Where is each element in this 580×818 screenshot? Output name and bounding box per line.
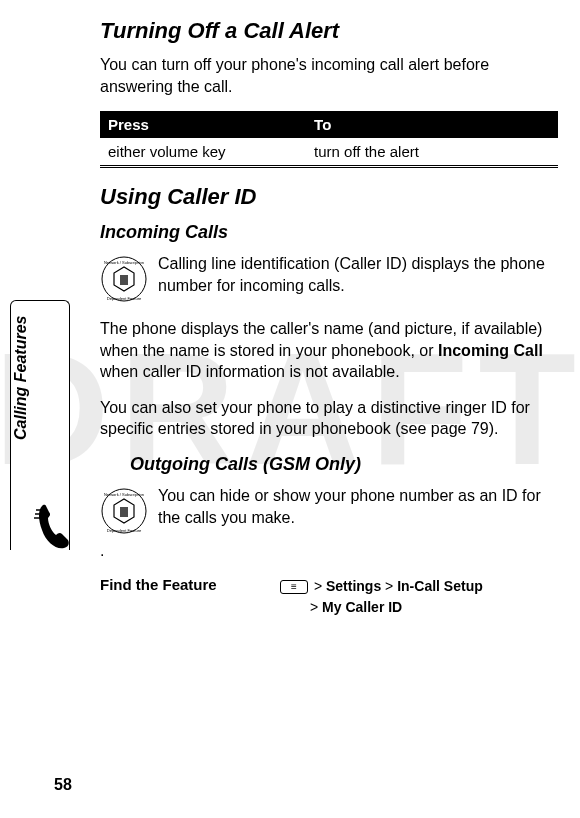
network-subscription-badge-icon: Network / Subscription Dependent Feature xyxy=(100,487,148,535)
gt3: > xyxy=(310,599,322,615)
heading-incoming-calls: Incoming Calls xyxy=(100,222,558,243)
td-to: turn off the alert xyxy=(306,138,558,167)
outgoing-calls-block: Network / Subscription Dependent Feature… xyxy=(100,485,558,562)
network-subscription-badge-icon: Network / Subscription Dependent Feature xyxy=(100,255,148,303)
th-to: To xyxy=(306,111,558,138)
svg-text:Dependent Feature: Dependent Feature xyxy=(107,528,142,533)
outgoing-p1: You can hide or show your phone number a… xyxy=(158,487,541,526)
path-callerid: My Caller ID xyxy=(322,599,402,615)
path-settings: Settings xyxy=(326,578,381,594)
heading-outgoing-calls: Outgoing Calls (GSM Only) xyxy=(130,454,558,475)
incoming-p1: Calling line identification (Caller ID) … xyxy=(158,255,545,294)
td-press: either volume key xyxy=(100,138,306,167)
gt1: > xyxy=(310,578,326,594)
heading-caller-id: Using Caller ID xyxy=(100,184,558,210)
dot: . xyxy=(100,542,104,559)
menu-key-icon xyxy=(280,580,308,594)
svg-text:Dependent Feature: Dependent Feature xyxy=(107,296,142,301)
feature-path: > Settings > In-Call Setup > My Caller I… xyxy=(280,576,483,618)
incoming-p2b: when caller ID information is not availa… xyxy=(100,363,400,380)
incoming-call-bold: Incoming Call xyxy=(438,342,543,359)
intro-para-1: You can turn off your phone's incoming c… xyxy=(100,54,558,97)
table-row: either volume key turn off the alert xyxy=(100,138,558,167)
ringer-id-para: You can also set your phone to play a di… xyxy=(100,397,558,440)
press-to-table: Press To either volume key turn off the … xyxy=(100,111,558,168)
find-the-feature-label: Find the Feature xyxy=(100,576,260,593)
path-incall: In-Call Setup xyxy=(397,578,483,594)
svg-rect-5 xyxy=(120,507,128,517)
table-header-row: Press To xyxy=(100,111,558,138)
incoming-calls-block: Network / Subscription Dependent Feature… xyxy=(100,253,558,383)
svg-text:Network / Subscription: Network / Subscription xyxy=(104,492,144,497)
find-the-feature-row: Find the Feature > Settings > In-Call Se… xyxy=(100,576,558,618)
heading-turning-off: Turning Off a Call Alert xyxy=(100,18,558,44)
page-number: 58 xyxy=(54,776,72,794)
page-content: Turning Off a Call Alert You can turn of… xyxy=(0,0,580,618)
gt2: > xyxy=(381,578,397,594)
svg-text:Network / Subscription: Network / Subscription xyxy=(104,260,144,265)
svg-rect-1 xyxy=(120,275,128,285)
th-press: Press xyxy=(100,111,306,138)
